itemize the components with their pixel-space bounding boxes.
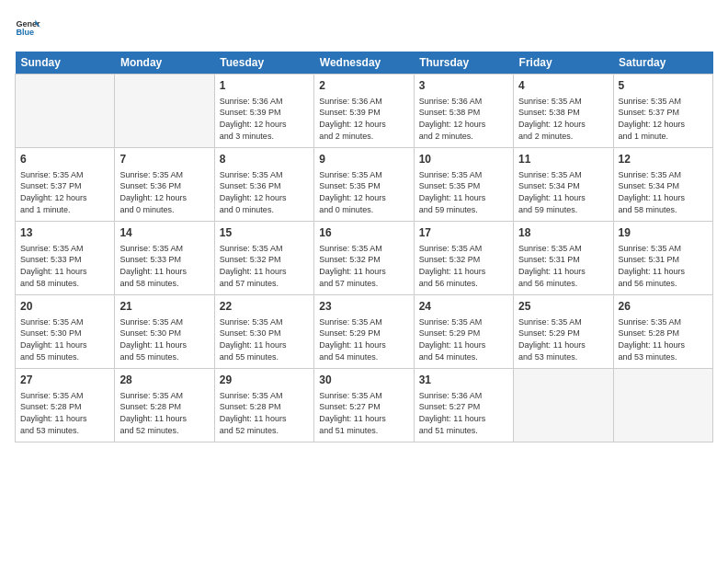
day-info: Sunrise: 5:36 AM Sunset: 5:27 PM Dayligh… (419, 390, 508, 436)
col-header-friday: Friday (514, 52, 613, 75)
day-info: Sunrise: 5:35 AM Sunset: 5:33 PM Dayligh… (20, 243, 109, 289)
day-info: Sunrise: 5:35 AM Sunset: 5:30 PM Dayligh… (20, 316, 109, 362)
day-cell: 19Sunrise: 5:35 AM Sunset: 5:31 PM Dayli… (613, 222, 712, 295)
day-number: 9 (319, 152, 408, 167)
day-info: Sunrise: 5:35 AM Sunset: 5:32 PM Dayligh… (419, 243, 508, 289)
day-number: 5 (619, 78, 708, 94)
day-cell: 21Sunrise: 5:35 AM Sunset: 5:30 PM Dayli… (115, 295, 214, 369)
day-cell: 5Sunrise: 5:35 AM Sunset: 5:37 PM Daylig… (613, 75, 712, 148)
day-number: 10 (419, 152, 508, 167)
day-cell: 30Sunrise: 5:35 AM Sunset: 5:27 PM Dayli… (314, 369, 414, 442)
day-cell (16, 75, 115, 148)
col-header-sunday: Sunday (16, 52, 115, 75)
day-info: Sunrise: 5:36 AM Sunset: 5:39 PM Dayligh… (319, 96, 408, 142)
day-cell: 15Sunrise: 5:35 AM Sunset: 5:32 PM Dayli… (214, 222, 313, 295)
day-info: Sunrise: 5:35 AM Sunset: 5:35 PM Dayligh… (319, 169, 408, 215)
calendar-table: SundayMondayTuesdayWednesdayThursdayFrid… (15, 52, 713, 442)
day-number: 31 (419, 373, 508, 388)
day-cell: 3Sunrise: 5:36 AM Sunset: 5:38 PM Daylig… (414, 75, 513, 148)
week-row-3: 13Sunrise: 5:35 AM Sunset: 5:33 PM Dayli… (16, 222, 713, 295)
day-info: Sunrise: 5:35 AM Sunset: 5:38 PM Dayligh… (518, 96, 608, 142)
day-number: 11 (518, 152, 608, 167)
day-cell: 2Sunrise: 5:36 AM Sunset: 5:39 PM Daylig… (314, 75, 414, 148)
day-number: 7 (119, 152, 209, 167)
day-number: 30 (319, 373, 408, 388)
logo: General Blue (15, 15, 44, 40)
day-info: Sunrise: 5:35 AM Sunset: 5:27 PM Dayligh… (319, 390, 408, 436)
day-number: 18 (518, 225, 608, 241)
day-info: Sunrise: 5:35 AM Sunset: 5:30 PM Dayligh… (119, 316, 209, 362)
day-number: 24 (419, 299, 508, 315)
day-number: 14 (119, 225, 209, 241)
week-row-5: 27Sunrise: 5:35 AM Sunset: 5:28 PM Dayli… (16, 369, 713, 442)
day-number: 13 (20, 225, 109, 241)
day-cell: 13Sunrise: 5:35 AM Sunset: 5:33 PM Dayli… (16, 222, 115, 295)
day-number: 25 (518, 299, 608, 315)
col-header-saturday: Saturday (613, 52, 712, 75)
day-info: Sunrise: 5:35 AM Sunset: 5:31 PM Dayligh… (518, 243, 608, 289)
col-header-thursday: Thursday (414, 52, 513, 75)
day-number: 28 (119, 373, 209, 388)
day-cell: 29Sunrise: 5:35 AM Sunset: 5:28 PM Dayli… (214, 369, 313, 442)
day-info: Sunrise: 5:35 AM Sunset: 5:36 PM Dayligh… (119, 169, 209, 215)
day-cell (115, 75, 214, 148)
day-cell: 4Sunrise: 5:35 AM Sunset: 5:38 PM Daylig… (514, 75, 613, 148)
day-cell: 12Sunrise: 5:35 AM Sunset: 5:34 PM Dayli… (613, 148, 712, 222)
page-header: General Blue (15, 15, 713, 40)
day-number: 21 (119, 299, 209, 315)
day-info: Sunrise: 5:35 AM Sunset: 5:34 PM Dayligh… (518, 169, 608, 215)
day-cell: 22Sunrise: 5:35 AM Sunset: 5:30 PM Dayli… (214, 295, 313, 369)
day-cell: 20Sunrise: 5:35 AM Sunset: 5:30 PM Dayli… (16, 295, 115, 369)
week-row-4: 20Sunrise: 5:35 AM Sunset: 5:30 PM Dayli… (16, 295, 713, 369)
day-info: Sunrise: 5:35 AM Sunset: 5:37 PM Dayligh… (20, 169, 109, 215)
day-cell: 11Sunrise: 5:35 AM Sunset: 5:34 PM Dayli… (514, 148, 613, 222)
day-number: 3 (419, 78, 508, 94)
logo-icon: General Blue (15, 15, 40, 40)
day-number: 22 (220, 299, 309, 315)
day-info: Sunrise: 5:35 AM Sunset: 5:28 PM Dayligh… (220, 390, 309, 436)
day-cell: 14Sunrise: 5:35 AM Sunset: 5:33 PM Dayli… (115, 222, 214, 295)
week-row-1: 1Sunrise: 5:36 AM Sunset: 5:39 PM Daylig… (16, 75, 713, 148)
day-info: Sunrise: 5:35 AM Sunset: 5:35 PM Dayligh… (419, 169, 508, 215)
day-cell (613, 369, 712, 442)
day-number: 17 (419, 225, 508, 241)
day-cell: 24Sunrise: 5:35 AM Sunset: 5:29 PM Dayli… (414, 295, 513, 369)
day-info: Sunrise: 5:35 AM Sunset: 5:28 PM Dayligh… (20, 390, 109, 436)
day-number: 27 (20, 373, 109, 388)
day-cell: 31Sunrise: 5:36 AM Sunset: 5:27 PM Dayli… (414, 369, 513, 442)
day-info: Sunrise: 5:35 AM Sunset: 5:29 PM Dayligh… (419, 316, 508, 362)
day-cell: 28Sunrise: 5:35 AM Sunset: 5:28 PM Dayli… (115, 369, 214, 442)
day-info: Sunrise: 5:35 AM Sunset: 5:31 PM Dayligh… (619, 243, 708, 289)
day-number: 19 (619, 225, 708, 241)
col-header-tuesday: Tuesday (214, 52, 313, 75)
day-number: 15 (220, 225, 309, 241)
day-cell: 26Sunrise: 5:35 AM Sunset: 5:28 PM Dayli… (613, 295, 712, 369)
svg-text:Blue: Blue (16, 28, 34, 37)
col-header-monday: Monday (115, 52, 214, 75)
day-number: 20 (20, 299, 109, 315)
day-cell: 17Sunrise: 5:35 AM Sunset: 5:32 PM Dayli… (414, 222, 513, 295)
day-cell: 23Sunrise: 5:35 AM Sunset: 5:29 PM Dayli… (314, 295, 414, 369)
day-info: Sunrise: 5:35 AM Sunset: 5:36 PM Dayligh… (220, 169, 309, 215)
day-cell: 6Sunrise: 5:35 AM Sunset: 5:37 PM Daylig… (16, 148, 115, 222)
day-cell: 25Sunrise: 5:35 AM Sunset: 5:29 PM Dayli… (514, 295, 613, 369)
day-info: Sunrise: 5:35 AM Sunset: 5:30 PM Dayligh… (220, 316, 309, 362)
day-info: Sunrise: 5:35 AM Sunset: 5:28 PM Dayligh… (619, 316, 708, 362)
day-number: 26 (619, 299, 708, 315)
day-cell: 16Sunrise: 5:35 AM Sunset: 5:32 PM Dayli… (314, 222, 414, 295)
week-row-2: 6Sunrise: 5:35 AM Sunset: 5:37 PM Daylig… (16, 148, 713, 222)
day-info: Sunrise: 5:35 AM Sunset: 5:33 PM Dayligh… (119, 243, 209, 289)
day-cell: 1Sunrise: 5:36 AM Sunset: 5:39 PM Daylig… (214, 75, 313, 148)
day-cell: 8Sunrise: 5:35 AM Sunset: 5:36 PM Daylig… (214, 148, 313, 222)
day-cell: 27Sunrise: 5:35 AM Sunset: 5:28 PM Dayli… (16, 369, 115, 442)
day-number: 8 (220, 152, 309, 167)
day-number: 1 (220, 78, 309, 94)
day-info: Sunrise: 5:36 AM Sunset: 5:39 PM Dayligh… (220, 96, 309, 142)
day-info: Sunrise: 5:35 AM Sunset: 5:29 PM Dayligh… (319, 316, 408, 362)
day-info: Sunrise: 5:35 AM Sunset: 5:28 PM Dayligh… (119, 390, 209, 436)
day-cell: 9Sunrise: 5:35 AM Sunset: 5:35 PM Daylig… (314, 148, 414, 222)
day-cell: 10Sunrise: 5:35 AM Sunset: 5:35 PM Dayli… (414, 148, 513, 222)
day-number: 29 (220, 373, 309, 388)
day-number: 16 (319, 225, 408, 241)
day-info: Sunrise: 5:36 AM Sunset: 5:38 PM Dayligh… (419, 96, 508, 142)
